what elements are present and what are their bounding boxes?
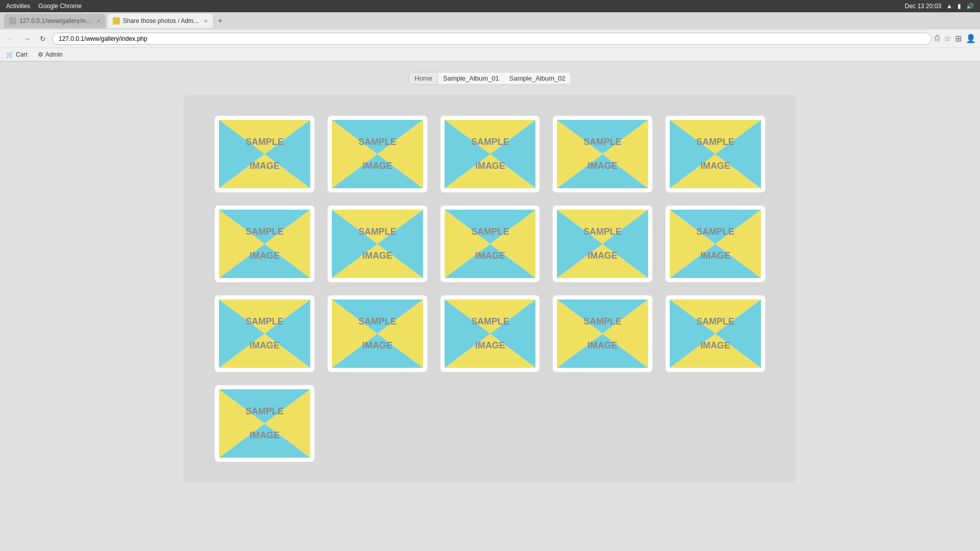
bookmark-icon[interactable]: ☆ <box>944 34 951 43</box>
svg-text:SAMPLE: SAMPLE <box>246 137 284 147</box>
new-tab-button[interactable]: + <box>215 16 226 26</box>
svg-text:IMAGE: IMAGE <box>700 161 730 171</box>
svg-text:SAMPLE: SAMPLE <box>471 316 509 327</box>
address-bar[interactable] <box>52 33 932 45</box>
svg-text:SAMPLE: SAMPLE <box>471 227 509 237</box>
gallery-item[interactable]: SAMPLE IMAGE <box>440 115 541 193</box>
svg-text:IMAGE: IMAGE <box>250 340 280 350</box>
gallery-item[interactable]: SAMPLE IMAGE <box>440 295 541 372</box>
admin-label: Admin <box>45 51 63 58</box>
gallery-grid: SAMPLE IMAGE SAMPLE IMAGE <box>214 115 766 462</box>
breadcrumb-home[interactable]: Home <box>409 72 438 84</box>
app-menu-bar: 🛒 Cart ⚙ Admin <box>0 48 980 61</box>
svg-text:SAMPLE: SAMPLE <box>584 227 622 237</box>
wifi-icon: ▲ <box>946 3 952 10</box>
gallery-item[interactable]: SAMPLE IMAGE <box>552 115 653 193</box>
os-datetime: Dec 13 20:03 <box>905 3 941 10</box>
svg-text:IMAGE: IMAGE <box>588 340 618 350</box>
forward-button[interactable]: → <box>20 34 34 44</box>
cart-menu-item[interactable]: 🛒 Cart <box>6 51 28 58</box>
tab2-close[interactable]: ✕ <box>204 18 208 24</box>
svg-text:SAMPLE: SAMPLE <box>358 137 397 147</box>
svg-text:SAMPLE: SAMPLE <box>358 227 397 237</box>
gallery-item[interactable]: SAMPLE IMAGE <box>214 205 315 283</box>
tab-bar: 127.0.0.1/www/gallery/in... ✕ Share thos… <box>0 12 980 30</box>
svg-text:IMAGE: IMAGE <box>700 340 730 350</box>
svg-text:SAMPLE: SAMPLE <box>696 137 734 147</box>
browser-tab-1[interactable]: 127.0.0.1/www/gallery/in... ✕ <box>4 14 106 28</box>
page-background: Home Sample_Album_01 Sample_Album_02 <box>0 62 980 551</box>
back-button[interactable]: ← <box>4 34 17 44</box>
svg-text:IMAGE: IMAGE <box>588 251 618 261</box>
os-bar: Activities Google Chrome Dec 13 20:03 ▲ … <box>0 0 980 12</box>
svg-text:SAMPLE: SAMPLE <box>246 316 284 327</box>
gallery-item[interactable]: SAMPLE IMAGE <box>327 205 428 283</box>
os-activities[interactable]: Activities <box>6 3 30 10</box>
breadcrumb-album1[interactable]: Sample_Album_01 <box>438 72 504 84</box>
svg-text:SAMPLE: SAMPLE <box>584 316 622 327</box>
gallery-item[interactable]: SAMPLE IMAGE <box>665 205 766 283</box>
gallery-item[interactable]: SAMPLE IMAGE <box>214 385 315 462</box>
svg-text:SAMPLE: SAMPLE <box>584 137 622 147</box>
tab1-favicon <box>9 17 16 24</box>
tab1-close[interactable]: ✕ <box>96 18 101 24</box>
volume-icon: 🔊 <box>966 3 974 10</box>
breadcrumb-album2[interactable]: Sample_Album_02 <box>504 72 571 84</box>
breadcrumb-area: Home Sample_Album_01 Sample_Album_02 <box>0 72 980 85</box>
svg-text:IMAGE: IMAGE <box>362 340 393 350</box>
nav-bar: ← → ↻ ⎙ ☆ ⊞ 👤 <box>0 30 980 48</box>
svg-text:IMAGE: IMAGE <box>250 251 280 261</box>
svg-text:IMAGE: IMAGE <box>362 161 393 171</box>
gallery-container: SAMPLE IMAGE SAMPLE IMAGE <box>184 95 796 483</box>
gallery-item[interactable]: SAMPLE IMAGE <box>327 115 428 193</box>
tab1-label: 127.0.0.1/www/gallery/in... <box>19 17 91 24</box>
svg-text:SAMPLE: SAMPLE <box>471 137 509 147</box>
browser-tab-2[interactable]: Share those photos / Adm... ✕ <box>108 14 213 28</box>
gallery-item[interactable]: SAMPLE IMAGE <box>440 205 541 283</box>
gallery-item[interactable]: SAMPLE IMAGE <box>665 295 766 372</box>
svg-text:SAMPLE: SAMPLE <box>246 406 284 416</box>
cart-label: Cart <box>16 51 28 58</box>
browser-chrome: 127.0.0.1/www/gallery/in... ✕ Share thos… <box>0 12 980 62</box>
admin-icon: ⚙ <box>38 51 43 58</box>
svg-text:IMAGE: IMAGE <box>250 161 280 171</box>
breadcrumb: Home Sample_Album_01 Sample_Album_02 <box>409 72 571 85</box>
svg-text:SAMPLE: SAMPLE <box>358 316 397 327</box>
gallery-item[interactable]: SAMPLE IMAGE <box>214 295 315 372</box>
profile-icon[interactable]: 👤 <box>966 34 976 43</box>
svg-text:IMAGE: IMAGE <box>475 251 505 261</box>
svg-text:SAMPLE: SAMPLE <box>696 316 734 327</box>
svg-text:IMAGE: IMAGE <box>362 251 393 261</box>
svg-text:IMAGE: IMAGE <box>588 161 618 171</box>
tab2-label: Share those photos / Adm... <box>123 17 199 24</box>
svg-text:SAMPLE: SAMPLE <box>696 227 734 237</box>
reload-button[interactable]: ↻ <box>37 34 49 44</box>
tab2-favicon <box>113 17 120 24</box>
extensions-icon[interactable]: ⊞ <box>955 34 962 43</box>
share-icon[interactable]: ⎙ <box>935 34 940 43</box>
svg-text:IMAGE: IMAGE <box>475 161 505 171</box>
gallery-item[interactable]: SAMPLE IMAGE <box>552 205 653 283</box>
admin-menu-item[interactable]: ⚙ Admin <box>38 51 63 58</box>
svg-text:IMAGE: IMAGE <box>700 251 730 261</box>
gallery-item[interactable]: SAMPLE IMAGE <box>214 115 315 193</box>
svg-text:IMAGE: IMAGE <box>475 340 505 350</box>
cart-icon: 🛒 <box>6 51 14 58</box>
battery-icon: ▮ <box>958 3 961 10</box>
svg-text:IMAGE: IMAGE <box>250 430 280 440</box>
gallery-item[interactable]: SAMPLE IMAGE <box>665 115 766 193</box>
svg-text:SAMPLE: SAMPLE <box>246 227 284 237</box>
gallery-item[interactable]: SAMPLE IMAGE <box>327 295 428 372</box>
gallery-item[interactable]: SAMPLE IMAGE <box>552 295 653 372</box>
os-app-name: Google Chrome <box>38 3 82 10</box>
